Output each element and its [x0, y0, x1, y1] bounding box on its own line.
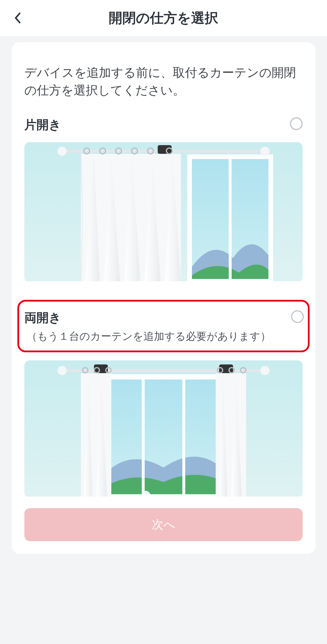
back-button[interactable]: [11, 12, 24, 24]
svg-point-6: [57, 147, 67, 156]
page-title: 開閉の仕方を選択: [109, 9, 218, 27]
option-double-label: 両開き: [24, 310, 271, 326]
svg-rect-25: [219, 364, 233, 373]
instruction-text: デバイスを追加する前に、取付るカーテンの開閉の仕方を選択してください。: [24, 64, 303, 99]
header-bar: 開閉の仕方を選択: [0, 0, 327, 36]
svg-point-22: [57, 366, 67, 375]
svg-point-23: [260, 366, 270, 375]
svg-rect-8: [158, 145, 172, 154]
svg-rect-3: [229, 157, 232, 281]
option-double-illustration: [24, 360, 303, 498]
radio-unchecked-icon[interactable]: [291, 310, 304, 323]
next-button-label: 次へ: [152, 517, 175, 532]
radio-unchecked-icon[interactable]: [290, 117, 303, 130]
curtain-option-single[interactable]: 片開き: [24, 117, 303, 282]
svg-point-7: [260, 147, 270, 156]
next-button[interactable]: 次へ: [24, 508, 303, 541]
chevron-left-icon: [14, 12, 21, 24]
option-double-sublabel: （もう１台のカーテンを追加する必要があります）: [24, 329, 271, 344]
svg-rect-18: [142, 377, 145, 497]
svg-rect-19: [182, 377, 185, 497]
option-single-illustration: [24, 142, 303, 282]
curtain-option-double-highlight[interactable]: 両開き （もう１台のカーテンを追加する必要があります）: [17, 300, 310, 352]
content-card: デバイスを追加する前に、取付るカーテンの開閉の仕方を選択してください。 片開き: [12, 42, 315, 554]
option-single-label: 片開き: [24, 117, 61, 133]
